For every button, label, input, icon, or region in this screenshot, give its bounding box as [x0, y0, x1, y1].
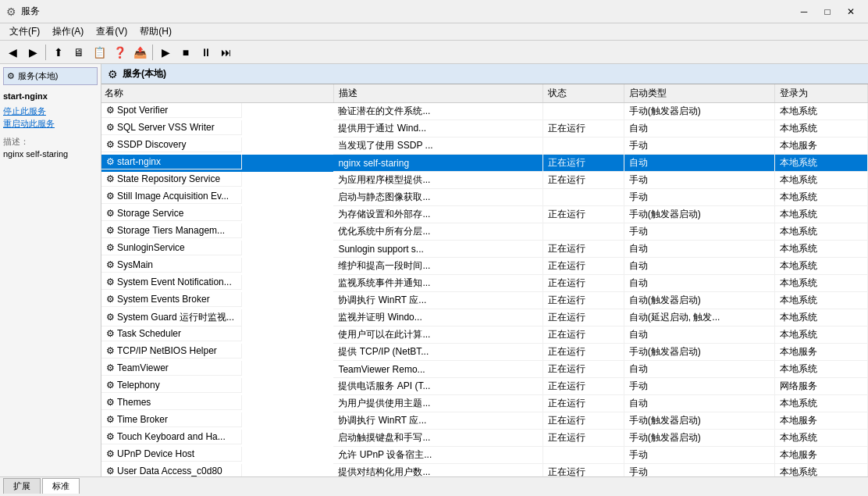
col-header-desc[interactable]: 描述 — [333, 84, 542, 103]
service-icon: ⚙ — [106, 328, 115, 339]
table-header-row: 名称 描述 状态 启动类型 登录为 — [101, 84, 868, 103]
service-desc-cell: 提供 TCP/IP (NetBT... — [333, 344, 542, 361]
toolbar-stop[interactable]: ■ — [176, 43, 195, 62]
table-row[interactable]: ⚙start-nginxnginx self-staring正在运行自动本地系统 — [101, 155, 868, 172]
minimize-button[interactable]: ─ — [793, 3, 815, 20]
service-status-cell: 正在运行 — [542, 155, 624, 172]
service-desc-cell: 启动与静态图像获取... — [333, 189, 542, 206]
toolbar-restart[interactable]: ⏭ — [217, 43, 236, 62]
bottom-tabs: 扩展 标准 — [0, 476, 868, 494]
service-name-cell: ⚙TeamViewer — [101, 361, 242, 376]
service-desc-cell: 提供电话服务 API (T... — [333, 378, 542, 395]
service-name-cell: ⚙Still Image Acquisition Ev... — [101, 189, 242, 204]
service-login-cell: 本地系统 — [775, 258, 868, 275]
toolbar-pause[interactable]: ⏸ — [197, 43, 215, 62]
col-header-login[interactable]: 登录为 — [775, 84, 868, 103]
toolbar-export[interactable]: 📤 — [130, 43, 149, 62]
menu-view[interactable]: 查看(V) — [90, 23, 133, 40]
table-row[interactable]: ⚙TeamViewerTeamViewer Remo...正在运行自动本地系统 — [101, 361, 868, 378]
table-row[interactable]: ⚙SunloginServiceSunlogin support s...正在运… — [101, 241, 868, 258]
menu-file[interactable]: 文件(F) — [3, 23, 46, 40]
restart-service-link[interactable]: 重启动此服务 — [3, 118, 98, 130]
service-icon: ⚙ — [106, 122, 115, 133]
table-row[interactable]: ⚙User Data Access_c0d80提供对结构化用户数...正在运行手… — [101, 464, 868, 477]
service-login-cell: 本地系统 — [775, 361, 868, 378]
service-name-cell: ⚙UPnP Device Host — [101, 447, 242, 462]
nav-tree-header[interactable]: ⚙ 服务(本地) — [3, 67, 98, 85]
service-name-cell: ⚙Storage Service — [101, 206, 242, 221]
table-row[interactable]: ⚙Themes为用户提供使用主题...正在运行自动本地系统 — [101, 395, 868, 412]
table-row[interactable]: ⚙State Repository Service为应用程序模型提供...正在运… — [101, 172, 868, 189]
table-row[interactable]: ⚙Touch Keyboard and Ha...启动触摸键盘和手写...正在运… — [101, 430, 868, 447]
content-header-text: 服务(本地) — [123, 67, 166, 80]
toolbar-play[interactable]: ▶ — [156, 43, 175, 62]
service-name-text: TCP/IP NetBIOS Helper — [117, 345, 217, 356]
service-start-cell: 手动 — [624, 223, 774, 241]
main-container: ⚙ 服务(本地) start-nginx 停止此服务 重启动此服务 描述： ng… — [0, 64, 868, 476]
table-row[interactable]: ⚙Telephony提供电话服务 API (T...正在运行手动网络服务 — [101, 378, 868, 395]
col-header-name[interactable]: 名称 — [101, 84, 333, 103]
service-login-cell: 本地系统 — [775, 275, 868, 292]
table-row[interactable]: ⚙TCP/IP NetBIOS Helper提供 TCP/IP (NetBT..… — [101, 344, 868, 361]
service-login-cell: 本地系统 — [775, 241, 868, 258]
service-status-cell — [542, 189, 624, 206]
service-name-cell: ⚙Spot Verifier — [101, 103, 242, 118]
table-row[interactable]: ⚙System Event Notification...监视系统事件并通知..… — [101, 275, 868, 292]
maximize-button[interactable]: □ — [816, 3, 838, 20]
table-row[interactable]: ⚙SysMain维护和提高一段时间...正在运行自动本地系统 — [101, 258, 868, 275]
service-status-cell: 正在运行 — [542, 464, 624, 477]
service-name-cell: ⚙TCP/IP NetBIOS Helper — [101, 344, 242, 359]
service-name-text: SunloginService — [117, 242, 185, 253]
table-row[interactable]: ⚙SQL Server VSS Writer提供用于通过 Wind...正在运行… — [101, 120, 868, 137]
col-header-start[interactable]: 启动类型 — [624, 84, 774, 103]
table-row[interactable]: ⚙Spot Verifier验证潜在的文件系统...手动(触发器启动)本地系统 — [101, 103, 868, 120]
table-row[interactable]: ⚙System Events Broker协调执行 WinRT 应...正在运行… — [101, 292, 868, 309]
table-row[interactable]: ⚙UPnP Device Host允许 UPnP 设备宿主...手动本地服务 — [101, 447, 868, 464]
service-start-cell: 手动 — [624, 189, 774, 206]
tab-expand[interactable]: 扩展 — [3, 478, 41, 494]
toolbar-up[interactable]: ⬆ — [49, 43, 68, 62]
service-status-cell: 正在运行 — [542, 430, 624, 447]
service-start-cell: 自动 — [624, 155, 774, 172]
nav-tree: ⚙ 服务(本地) start-nginx 停止此服务 重启动此服务 描述： ng… — [0, 64, 101, 476]
table-row[interactable]: ⚙Still Image Acquisition Ev...启动与静态图像获取.… — [101, 189, 868, 206]
service-start-cell: 手动(触发器启动) — [624, 344, 774, 361]
service-icon: ⚙ — [106, 448, 115, 459]
service-start-cell: 手动(触发器启动) — [624, 412, 774, 430]
table-row[interactable]: ⚙System Guard 运行时监视...监视并证明 Windo...正在运行… — [101, 309, 868, 327]
menu-help[interactable]: 帮助(H) — [133, 23, 178, 40]
service-login-cell: 本地系统 — [775, 155, 868, 172]
window-icon: ⚙ — [6, 5, 16, 18]
services-table[interactable]: 名称 描述 状态 启动类型 登录为 ⚙Spot Verifier验证潜在的文件系… — [101, 84, 868, 476]
service-desc-cell: 协调执行 WinRT 应... — [333, 412, 542, 430]
col-header-status[interactable]: 状态 — [542, 84, 624, 103]
table-row[interactable]: ⚙Storage Tiers Managem...优化系统中所有分层...手动本… — [101, 223, 868, 241]
table-row[interactable]: ⚙Storage Service为存储设置和外部存...正在运行手动(触发器启动… — [101, 206, 868, 223]
service-login-cell: 本地服务 — [775, 137, 868, 155]
service-status-cell: 正在运行 — [542, 241, 624, 258]
close-button[interactable]: ✕ — [840, 3, 862, 20]
toolbar-properties[interactable]: 📋 — [90, 43, 108, 62]
service-status-cell: 正在运行 — [542, 292, 624, 309]
service-name-cell: ⚙Storage Tiers Managem... — [101, 223, 242, 238]
tab-standard[interactable]: 标准 — [42, 478, 80, 494]
menu-action[interactable]: 操作(A) — [46, 23, 90, 40]
toolbar-back[interactable]: ◀ — [3, 43, 22, 62]
service-name-text: Task Scheduler — [117, 328, 181, 339]
service-login-cell: 网络服务 — [775, 378, 868, 395]
desc-label: 描述： — [3, 136, 98, 148]
service-login-cell: 本地系统 — [775, 103, 868, 120]
table-row[interactable]: ⚙SSDP Discovery当发现了使用 SSDP ...手动本地服务 — [101, 137, 868, 155]
toolbar-show-hide[interactable]: 🖥 — [69, 43, 88, 62]
service-name-cell: ⚙SysMain — [101, 258, 242, 273]
service-icon: ⚙ — [106, 294, 115, 305]
stop-service-link[interactable]: 停止此服务 — [3, 105, 98, 117]
service-desc-cell: 维护和提高一段时间... — [333, 258, 542, 275]
table-row[interactable]: ⚙Task Scheduler使用户可以在此计算...正在运行自动本地系统 — [101, 327, 868, 344]
toolbar-help[interactable]: ❓ — [110, 43, 129, 62]
service-desc-cell: 监视并证明 Windo... — [333, 309, 542, 327]
toolbar-forward[interactable]: ▶ — [23, 43, 42, 62]
table-row[interactable]: ⚙Time Broker协调执行 WinRT 应...正在运行手动(触发器启动)… — [101, 412, 868, 430]
service-start-cell: 自动 — [624, 327, 774, 344]
service-status-cell: 正在运行 — [542, 258, 624, 275]
